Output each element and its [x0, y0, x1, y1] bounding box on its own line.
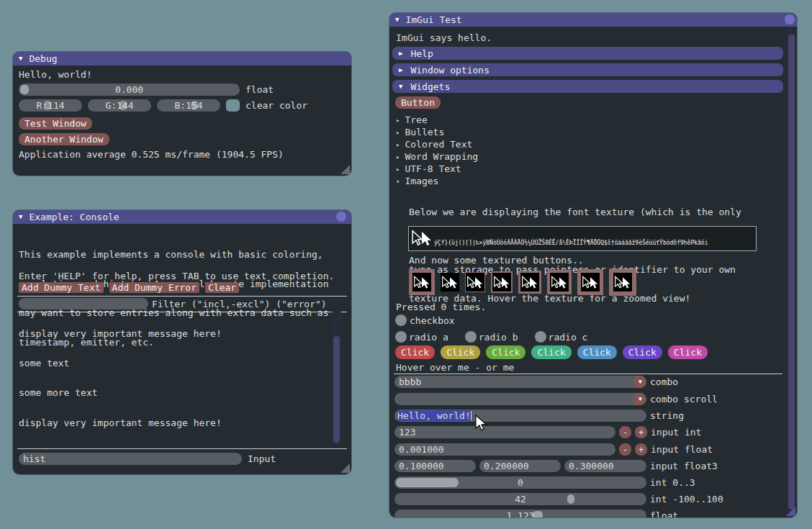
checkbox[interactable]	[395, 315, 407, 326]
combo-arrow-icon[interactable]: ▼	[634, 393, 646, 405]
chevron-right-icon: ▸	[396, 153, 400, 160]
collapse-arrow-icon[interactable]: ▼	[19, 214, 22, 220]
tree-node-colored-text[interactable]: ▸ Colored Text	[396, 139, 472, 150]
input-float3-z[interactable]: 0.300000	[564, 460, 646, 472]
tree-node-label: Images	[405, 176, 438, 186]
resize-grip[interactable]	[786, 507, 795, 516]
header-help[interactable]: ▶ Help	[392, 47, 783, 60]
input-float3-x[interactable]: 0.100000	[394, 460, 476, 472]
input-float-field[interactable]: 0.001000	[394, 443, 615, 456]
header-widgets-label: Widgets	[410, 81, 450, 92]
click-button-magenta[interactable]: Click	[668, 345, 708, 359]
imgui-hello-text: ImGui says hello.	[396, 33, 492, 43]
separator	[394, 374, 782, 374]
string-input[interactable]: Hello, world!	[394, 410, 646, 422]
image-button[interactable]	[491, 271, 513, 293]
image-button[interactable]	[547, 270, 572, 294]
imgui-scrollbar[interactable]	[787, 27, 796, 516]
imgui-window-title: ImGui Test	[405, 15, 461, 25]
input-float3-y[interactable]: 0.200000	[479, 460, 561, 472]
console-titlebar[interactable]: ▼ Example: Console	[13, 210, 351, 224]
font-texture-image[interactable]: ýÇf}{üj()[]|‰×ÿBÑòÙöóÃÂÀÄÒ½¼ÙÚŽŠ8ÉÊ/å\ÈÞ…	[408, 226, 757, 251]
hover-text[interactable]: Hover over me - or me	[396, 363, 514, 373]
hello-world-text: Hello, world!	[19, 70, 92, 80]
click-button-yellow[interactable]: Click	[441, 345, 480, 359]
float-slider-grab[interactable]	[20, 85, 29, 94]
image-button[interactable]	[409, 269, 435, 295]
close-button[interactable]	[785, 14, 795, 24]
radio-b[interactable]	[465, 331, 477, 343]
tree-node-label: Tree	[405, 114, 427, 125]
image-button[interactable]	[609, 268, 636, 296]
minus-button[interactable]: -	[619, 426, 631, 438]
add-dummy-text-button[interactable]: Add Dummy Text	[19, 282, 104, 293]
clear-button[interactable]: Clear	[205, 282, 239, 293]
console-scrollbar-thumb[interactable]	[333, 336, 340, 443]
r-slider[interactable]: R:114	[19, 99, 82, 112]
g-slider[interactable]: G:144	[88, 99, 151, 112]
radio-a[interactable]	[395, 331, 407, 343]
console-input[interactable]: hist	[19, 453, 242, 465]
console-scrollbar[interactable]	[331, 312, 342, 445]
tree-node-bullets[interactable]: ▸ Bullets	[396, 127, 444, 137]
header-window-options[interactable]: ▶ Window options	[392, 63, 783, 76]
click-button-purple[interactable]: Click	[623, 345, 662, 359]
resize-grip[interactable]	[340, 165, 350, 174]
image-button[interactable]	[465, 272, 485, 292]
add-dummy-error-button[interactable]: Add Dummy Error	[109, 282, 199, 293]
slider-grab[interactable]	[396, 478, 459, 487]
tree-node-utf8-text[interactable]: ▸ UTF-8 Text	[396, 163, 461, 174]
image-button[interactable]	[441, 273, 459, 291]
click-button-red[interactable]: Click	[395, 345, 435, 359]
combo-arrow-icon[interactable]: ▼	[634, 376, 646, 388]
another-window-button[interactable]: Another Window	[19, 133, 109, 145]
slider-float[interactable]: 1.123	[394, 510, 646, 517]
slider-int-100[interactable]: 42	[394, 493, 646, 505]
tree-node-images[interactable]: ▾ Images	[396, 176, 438, 186]
chevron-down-icon: ▾	[396, 178, 400, 185]
debug-titlebar[interactable]: ▼ Debug	[13, 52, 351, 65]
imgui-scrollbar-thumb[interactable]	[788, 35, 795, 510]
header-widgets[interactable]: ▼ Widgets	[392, 80, 783, 93]
debug-window: ▼ Debug Hello, world! 0.000 float R:114 …	[13, 52, 351, 176]
input-float-label: input float	[651, 444, 713, 455]
tree-node-word-wrapping[interactable]: ▸ Word Wrapping	[396, 151, 478, 162]
test-window-button[interactable]: Test Window	[19, 117, 92, 130]
plus-button[interactable]: +	[635, 426, 647, 438]
chevron-right-icon: ▸	[396, 129, 400, 136]
input-int-field[interactable]: 123	[394, 426, 615, 438]
resize-grip[interactable]	[340, 464, 350, 473]
radio-c[interactable]	[535, 331, 546, 343]
button-widget[interactable]: Button	[395, 96, 441, 109]
radio-b-label: radio b	[479, 332, 518, 343]
image-button[interactable]	[518, 271, 541, 294]
click-button-teal[interactable]: Click	[531, 345, 571, 359]
slider-grab[interactable]	[567, 494, 574, 504]
float-slider[interactable]: 0.000	[19, 83, 240, 96]
image-button[interactable]	[577, 269, 603, 295]
combo-label: combo	[650, 376, 678, 387]
slider-int-100-label: int -100..100	[650, 494, 723, 505]
b-slider[interactable]: B:154	[157, 99, 220, 112]
slider-int-0-3[interactable]: 0	[394, 476, 646, 489]
minus-button[interactable]: -	[619, 443, 631, 456]
radio-a-label: radio a	[409, 332, 448, 343]
console-window: ▼ Example: Console This example implemen…	[13, 210, 351, 474]
plus-button[interactable]: +	[635, 443, 647, 456]
imgui-titlebar[interactable]: ▼ ImGui Test	[389, 13, 797, 27]
close-button[interactable]	[336, 212, 346, 222]
click-button-blue[interactable]: Click	[577, 345, 617, 359]
tree-node-tree[interactable]: ▸ Tree	[396, 114, 428, 125]
collapse-arrow-icon[interactable]: ▼	[395, 17, 399, 23]
filter-input[interactable]	[19, 298, 148, 309]
collapse-arrow-icon[interactable]: ▼	[19, 55, 22, 62]
combo-select[interactable]: bbbb ▼	[394, 376, 646, 388]
click-button-green[interactable]: Click	[486, 345, 525, 359]
chevron-right-icon: ▸	[396, 166, 400, 173]
cursor-glyphs-icon	[411, 230, 433, 247]
input-int-label: input int	[651, 427, 701, 438]
combo-scroll-select[interactable]: ▼	[394, 393, 646, 405]
clear-color-swatch[interactable]	[226, 99, 240, 112]
log-line: some text	[19, 358, 328, 369]
separator	[17, 312, 347, 312]
